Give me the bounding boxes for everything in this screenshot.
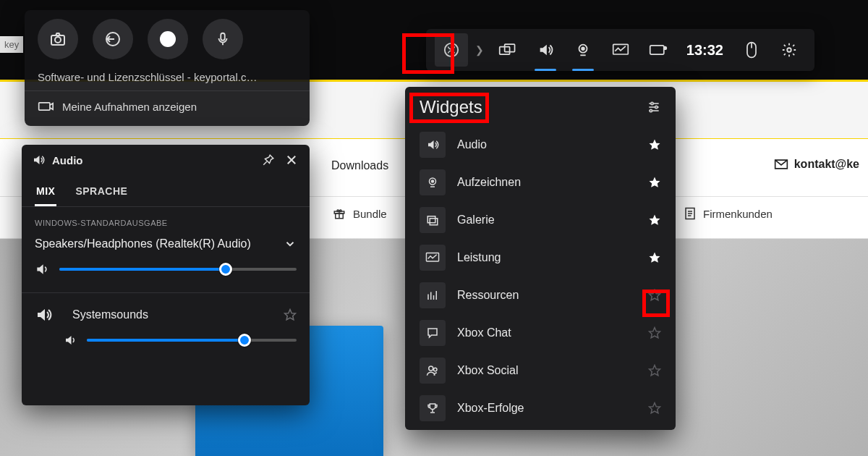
widgets-button[interactable] <box>491 33 524 67</box>
svg-rect-40 <box>426 253 438 261</box>
record-last-button[interactable] <box>93 19 133 59</box>
volume-icon <box>32 153 45 166</box>
webcam-icon <box>575 42 591 58</box>
game-bar: ❯ 13:32 <box>426 29 814 71</box>
favorite-toggle[interactable] <box>284 308 297 321</box>
slider-thumb[interactable] <box>219 263 232 276</box>
favorite-toggle[interactable] <box>648 138 661 151</box>
mic-icon <box>215 31 231 47</box>
bundle-link[interactable]: Bundle <box>333 207 387 220</box>
favorite-toggle[interactable] <box>648 251 661 264</box>
svg-rect-37 <box>427 216 435 223</box>
favorite-toggle[interactable] <box>648 402 661 415</box>
contact-label: kontakt@ke <box>794 158 859 171</box>
slider-thumb[interactable] <box>238 334 251 347</box>
capture-window-title: Software- und Lizenzschlüssel - keyporta… <box>25 68 310 90</box>
widget-item-label: Aufzeichnen <box>457 176 637 189</box>
close-icon <box>285 153 298 166</box>
mouse-button[interactable] <box>735 33 768 67</box>
perf-icon <box>420 245 446 271</box>
svg-marker-50 <box>650 366 660 376</box>
app-volume-slider[interactable] <box>87 339 297 342</box>
mouse-icon <box>745 41 758 59</box>
xbox-icon <box>443 42 459 58</box>
document-icon <box>684 207 696 220</box>
slider-fill <box>59 268 226 271</box>
audio-button[interactable] <box>529 33 562 67</box>
app-name: Systemsounds <box>62 308 273 321</box>
recordings-icon <box>38 100 54 113</box>
capture-panel: Software- und Lizenzschlüssel - keyporta… <box>25 10 310 126</box>
favorite-toggle[interactable] <box>648 289 661 302</box>
svg-marker-41 <box>650 253 660 263</box>
svg-marker-46 <box>650 290 660 300</box>
show-recordings-row[interactable]: Meine Aufnahmen anzeigen <box>25 90 310 122</box>
xbox-social-button[interactable] <box>642 33 675 67</box>
chevron-down-icon <box>284 237 297 250</box>
widgets-settings-button[interactable] <box>647 100 661 114</box>
favorite-toggle[interactable] <box>648 214 661 227</box>
favorite-toggle[interactable] <box>648 364 661 377</box>
screenshot-button[interactable] <box>38 19 78 59</box>
firmen-link[interactable]: Firmenkunden <box>684 207 773 220</box>
svg-point-31 <box>655 106 658 108</box>
widget-item-xbox-erfolge[interactable]: Xbox-Erfolge <box>405 389 676 427</box>
svg-point-35 <box>432 180 434 182</box>
xbox-button[interactable] <box>435 33 468 67</box>
close-button[interactable] <box>284 152 299 168</box>
settings-button[interactable] <box>773 33 806 67</box>
favorite-toggle[interactable] <box>648 176 661 189</box>
tab-sprache[interactable]: SPRACHE <box>74 180 129 206</box>
widget-item-ressourcen[interactable]: Ressourcen <box>405 276 676 314</box>
svg-point-30 <box>651 102 653 104</box>
widget-item-audio[interactable]: Audio <box>405 126 676 164</box>
performance-button[interactable] <box>604 33 637 67</box>
mail-icon <box>774 159 788 170</box>
audio-title: Audio <box>52 154 253 166</box>
pin-button[interactable] <box>260 152 276 168</box>
app-volume-slider-row <box>22 326 310 360</box>
contact-link[interactable]: kontakt@ke <box>774 158 859 171</box>
svg-point-49 <box>434 368 438 371</box>
master-volume-slider[interactable] <box>59 268 297 271</box>
widgets-header: Widgets <box>405 87 676 126</box>
favorite-toggle[interactable] <box>648 326 661 339</box>
record-button[interactable] <box>148 19 188 59</box>
star-outline-icon <box>284 308 297 321</box>
app-volume-row: Systemsounds <box>22 296 310 326</box>
svg-rect-21 <box>613 44 629 54</box>
sliders-icon <box>647 100 661 114</box>
res-icon <box>420 282 446 308</box>
widgets-panel: Widgets AudioAufzeichnenGalerieLeistungR… <box>405 87 676 430</box>
svg-rect-10 <box>221 33 225 41</box>
output-device-name: Speakers/Headphones (Realtek(R) Audio) <box>35 237 251 250</box>
mic-button[interactable] <box>203 19 243 59</box>
tab-fragment: key <box>0 36 23 53</box>
widget-item-label: Audio <box>457 138 637 151</box>
svg-marker-47 <box>650 328 660 338</box>
volume-icon <box>35 262 49 276</box>
widget-item-leistung[interactable]: Leistung <box>405 239 676 276</box>
svg-point-26 <box>787 48 791 52</box>
svg-point-32 <box>650 109 652 111</box>
gear-icon <box>781 42 797 58</box>
pin-icon <box>262 153 275 166</box>
gal-icon <box>420 207 446 233</box>
widget-item-xbox-chat[interactable]: Xbox Chat <box>405 314 676 352</box>
show-recordings-label: Meine Aufnahmen anzeigen <box>62 101 197 113</box>
downloads-link[interactable]: Downloads <box>331 159 388 172</box>
widget-item-aufzeichnen[interactable]: Aufzeichnen <box>405 164 676 201</box>
widget-item-xbox-social[interactable]: Xbox Social <box>405 352 676 389</box>
slider-fill <box>87 339 244 342</box>
output-device-row[interactable]: Speakers/Headphones (Realtek(R) Audio) <box>22 233 310 255</box>
vol-icon <box>420 132 446 158</box>
capture-bar-button[interactable] <box>566 33 600 67</box>
gift-icon <box>333 207 346 220</box>
widget-item-label: Xbox-Erfolge <box>457 402 637 415</box>
soc-icon <box>420 358 446 384</box>
master-volume-row <box>22 255 310 290</box>
widget-item-galerie[interactable]: Galerie <box>405 201 676 239</box>
volume-icon <box>64 334 77 347</box>
firmen-label: Firmenkunden <box>703 208 773 220</box>
tab-mix[interactable]: MIX <box>35 180 56 206</box>
